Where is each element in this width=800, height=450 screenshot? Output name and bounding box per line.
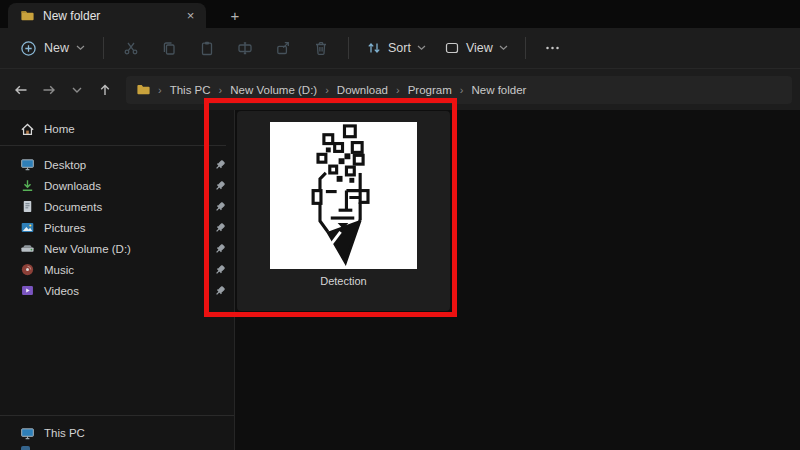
sidebar-item-desktop[interactable]: Desktop <box>0 154 234 175</box>
more-options-button[interactable] <box>534 33 572 63</box>
toolbar-divider <box>348 37 349 59</box>
breadcrumb-this-pc[interactable]: This PC <box>165 82 216 98</box>
share-button[interactable] <box>264 33 302 63</box>
folder-content-area[interactable]: Detection <box>235 110 800 450</box>
file-explorer-window: New folder × + New <box>0 0 800 450</box>
sidebar-separator <box>0 415 234 416</box>
breadcrumb-separator: › <box>157 84 163 96</box>
back-icon[interactable] <box>8 77 34 103</box>
breadcrumb-separator: › <box>218 84 224 96</box>
videos-icon <box>20 283 35 298</box>
paste-button[interactable] <box>188 33 226 63</box>
pin-icon <box>214 159 226 171</box>
view-square-icon <box>444 40 460 56</box>
file-name-label: Detection <box>320 275 366 287</box>
plus-circle-icon <box>20 40 37 57</box>
monitor-icon <box>20 426 35 441</box>
pin-icon <box>214 180 226 192</box>
sidebar-item-pictures[interactable]: Pictures <box>0 217 234 238</box>
clipped-item-icon <box>21 446 30 450</box>
chevron-down-icon <box>417 45 426 51</box>
address-bar[interactable]: › This PC › New Volume (D:) › Download ›… <box>126 76 792 104</box>
folder-icon <box>20 8 35 23</box>
window-body: Home Desktop <box>0 110 800 450</box>
tab-bar: New folder × + <box>0 0 800 28</box>
sidebar-item-label: Documents <box>44 201 102 213</box>
folder-icon <box>136 82 151 97</box>
sidebar-item-label: Pictures <box>44 222 86 234</box>
view-button[interactable]: View <box>435 35 517 61</box>
sidebar-item-home[interactable]: Home <box>0 118 234 140</box>
breadcrumb-program[interactable]: Program <box>403 82 457 98</box>
sort-button[interactable]: Sort <box>357 35 435 61</box>
up-icon[interactable] <box>92 77 118 103</box>
sidebar-item-documents[interactable]: Documents <box>0 196 234 217</box>
breadcrumb-separator: › <box>324 84 330 96</box>
new-button[interactable]: New <box>10 35 95 62</box>
sidebar-item-label: Music <box>44 264 74 276</box>
sidebar: Home Desktop <box>0 110 235 450</box>
chevron-down-icon <box>499 45 508 51</box>
breadcrumb-download[interactable]: Download <box>332 82 393 98</box>
detection-face-art-icon <box>270 122 417 269</box>
sidebar-item-label: Videos <box>44 285 79 297</box>
forward-icon[interactable] <box>36 77 62 103</box>
sidebar-item-music[interactable]: Music <box>0 259 234 280</box>
cut-button[interactable] <box>112 33 150 63</box>
sidebar-item-new-volume-d[interactable]: New Volume (D:) <box>0 238 234 259</box>
toolbar-divider <box>103 37 104 59</box>
toolbar-divider <box>525 37 526 59</box>
sidebar-item-label: Downloads <box>44 180 101 192</box>
tab-title: New folder <box>43 9 181 23</box>
sidebar-item-label: Home <box>44 123 75 135</box>
downloads-icon <box>20 178 35 193</box>
clipped-sidebar-item <box>0 446 234 450</box>
music-icon <box>20 262 35 277</box>
sidebar-spacer <box>0 301 234 415</box>
file-item-detection[interactable]: Detection <box>237 111 450 311</box>
pin-icon <box>214 201 226 213</box>
sidebar-item-label: This PC <box>44 427 85 439</box>
desktop-icon <box>20 157 35 172</box>
recent-locations-chevron-icon[interactable] <box>64 77 90 103</box>
sidebar-item-label: New Volume (D:) <box>44 243 131 255</box>
rename-button[interactable] <box>226 33 264 63</box>
tab-close-icon[interactable]: × <box>181 6 200 25</box>
breadcrumb-separator: › <box>459 84 465 96</box>
delete-button[interactable] <box>302 33 340 63</box>
sidebar-separator <box>0 145 226 146</box>
sort-arrows-icon <box>366 40 382 56</box>
explorer-tab[interactable]: New folder × <box>8 3 206 28</box>
pin-icon <box>214 285 226 297</box>
drive-icon <box>20 241 35 256</box>
pin-icon <box>214 222 226 234</box>
breadcrumb-new-folder[interactable]: New folder <box>466 82 531 98</box>
home-icon <box>20 122 35 137</box>
copy-button[interactable] <box>150 33 188 63</box>
pin-icon <box>214 243 226 255</box>
sidebar-item-videos[interactable]: Videos <box>0 280 234 301</box>
breadcrumb-new-volume-d[interactable]: New Volume (D:) <box>225 82 322 98</box>
sidebar-item-downloads[interactable]: Downloads <box>0 175 234 196</box>
pin-icon <box>214 264 226 276</box>
new-tab-button[interactable]: + <box>220 3 250 28</box>
view-button-label: View <box>466 41 493 55</box>
pictures-icon <box>20 220 35 235</box>
command-bar: New <box>0 28 800 68</box>
sidebar-item-this-pc[interactable]: This PC <box>0 420 234 446</box>
breadcrumb-separator: › <box>395 84 401 96</box>
sort-button-label: Sort <box>388 41 411 55</box>
new-button-label: New <box>44 41 69 55</box>
navigation-bar: › This PC › New Volume (D:) › Download ›… <box>0 68 800 110</box>
chevron-down-icon <box>76 45 85 51</box>
sidebar-item-label: Desktop <box>44 159 86 171</box>
documents-icon <box>20 199 35 214</box>
